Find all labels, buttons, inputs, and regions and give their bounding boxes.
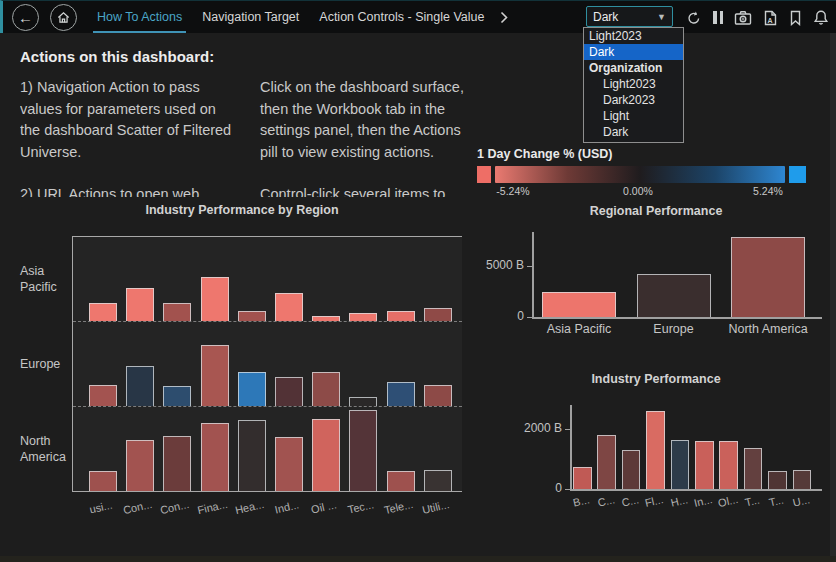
y-axis-line xyxy=(570,405,572,489)
dashboard-tabs: How To ActionsNavigation TargetAction Co… xyxy=(87,1,494,33)
pause-icon xyxy=(713,11,723,24)
bar-h-[interactable] xyxy=(671,440,690,490)
legend-title: 1 Day Change % (USD) xyxy=(477,147,825,161)
notifications-button[interactable] xyxy=(813,9,829,26)
x-axis-label: Hea... xyxy=(234,498,265,516)
bar[interactable] xyxy=(126,366,154,406)
home-icon xyxy=(56,10,71,25)
home-button[interactable] xyxy=(50,4,77,31)
y-tick-mark xyxy=(565,489,570,490)
legend-min-label: -5.24% xyxy=(496,185,529,195)
y-axis-line xyxy=(532,232,534,317)
bar-in-[interactable] xyxy=(695,441,714,489)
bar-c-[interactable] xyxy=(597,435,616,489)
bar[interactable] xyxy=(349,410,377,491)
theme-dropdown-value: Dark xyxy=(593,10,618,24)
x-axis-label: T... xyxy=(768,494,785,509)
right-scrollbar[interactable] xyxy=(830,33,836,556)
refresh-button[interactable] xyxy=(686,10,702,26)
bar[interactable] xyxy=(424,470,452,491)
x-axis-label: usi... xyxy=(88,499,113,516)
tab-navigation-target[interactable]: Navigation Target xyxy=(192,1,309,33)
bar-t-[interactable] xyxy=(744,448,763,489)
bottom-window-edge xyxy=(0,556,836,562)
bar[interactable] xyxy=(387,311,415,321)
bar[interactable] xyxy=(312,316,340,321)
bar[interactable] xyxy=(89,471,117,491)
export-pdf-icon: A xyxy=(763,10,778,26)
y-tick-label: 5000 B xyxy=(464,258,524,272)
legend-gradient-bar xyxy=(495,166,785,183)
bar[interactable] xyxy=(387,471,415,491)
bar-ol-[interactable] xyxy=(719,441,738,489)
menu-item-light2023[interactable]: Light2023 xyxy=(584,28,683,44)
chart-title: Industry Performance xyxy=(480,372,832,386)
menu-item-dark[interactable]: Dark xyxy=(584,44,683,60)
bar[interactable] xyxy=(349,313,377,321)
bar[interactable] xyxy=(275,437,303,491)
chevron-down-icon: ▼ xyxy=(657,12,666,22)
back-button[interactable]: ← xyxy=(12,4,39,31)
menu-item-dark2023[interactable]: Dark2023 xyxy=(584,92,683,108)
theme-dropdown[interactable]: Dark ▼ xyxy=(586,6,673,27)
bar[interactable] xyxy=(163,436,191,491)
bar[interactable] xyxy=(349,397,377,406)
y-tick-label: 2000 B xyxy=(502,421,562,435)
bar[interactable] xyxy=(238,420,266,491)
bar[interactable] xyxy=(238,311,266,321)
menu-item-light2023[interactable]: Light2023 xyxy=(584,76,683,92)
bar[interactable] xyxy=(312,419,340,491)
bar[interactable] xyxy=(312,372,340,406)
menu-item-light[interactable]: Light xyxy=(584,108,683,124)
instruction-paragraph: 2) URL Actions to open web pages context… xyxy=(20,184,232,197)
x-axis-label: North America xyxy=(728,322,807,336)
bar[interactable] xyxy=(424,385,452,406)
bar[interactable] xyxy=(126,288,154,321)
export-pdf-button[interactable]: A xyxy=(763,10,778,26)
bar[interactable] xyxy=(201,423,229,491)
bar[interactable] xyxy=(238,372,266,406)
bar-fl-[interactable] xyxy=(646,411,665,489)
bar[interactable] xyxy=(387,382,415,406)
tab-how-to-actions[interactable]: How To Actions xyxy=(87,1,192,33)
row-label: Europe xyxy=(20,321,70,406)
bar-t-[interactable] xyxy=(768,471,787,489)
x-axis-label: Tele... xyxy=(382,498,413,516)
bar-u-[interactable] xyxy=(793,470,812,489)
bar[interactable] xyxy=(275,377,303,406)
trellis-row-europe xyxy=(73,322,462,407)
tab-action-controls-single-value[interactable]: Action Controls - Single Value xyxy=(309,1,494,33)
x-axis-label: T... xyxy=(744,494,761,509)
bar[interactable] xyxy=(89,385,117,406)
legend-max-swatch xyxy=(789,166,806,183)
bar[interactable] xyxy=(201,345,229,406)
menu-item-dark[interactable]: Dark xyxy=(584,124,683,140)
row-label: North America xyxy=(20,406,70,491)
x-axis-label: Con... xyxy=(159,498,190,516)
bar[interactable] xyxy=(126,440,154,491)
x-axis-line xyxy=(532,317,822,319)
chart-industry-by-region: Industry Performance by Region Asia Paci… xyxy=(16,198,468,528)
bar[interactable] xyxy=(201,277,229,321)
bar[interactable] xyxy=(424,308,452,321)
instruction-paragraph: Click on the dashboard surface, then the… xyxy=(260,77,472,163)
trellis-row-asia-pacific xyxy=(73,237,462,322)
bar[interactable] xyxy=(163,386,191,406)
more-tabs-button[interactable] xyxy=(500,11,508,24)
instruction-paragraph: 1) Navigation Action to pass values for … xyxy=(20,77,232,163)
instructions-col2: Click on the dashboard surface, then the… xyxy=(260,77,472,197)
bar-europe[interactable] xyxy=(637,274,711,318)
bar[interactable] xyxy=(275,293,303,321)
trellis-row-north-america xyxy=(73,407,462,492)
bar[interactable] xyxy=(89,303,117,321)
x-axis-label: Con... xyxy=(122,498,153,516)
screenshot-button[interactable] xyxy=(734,10,752,26)
bar-c-[interactable] xyxy=(622,450,641,489)
bar[interactable] xyxy=(163,303,191,321)
bar-b-[interactable] xyxy=(573,467,592,489)
bookmark-button[interactable] xyxy=(789,10,802,26)
bar-asia-pacific[interactable] xyxy=(542,292,616,317)
more-tabs-chevron-icon xyxy=(500,11,508,24)
bar-north-america[interactable] xyxy=(731,237,805,317)
pause-button[interactable] xyxy=(713,11,723,24)
